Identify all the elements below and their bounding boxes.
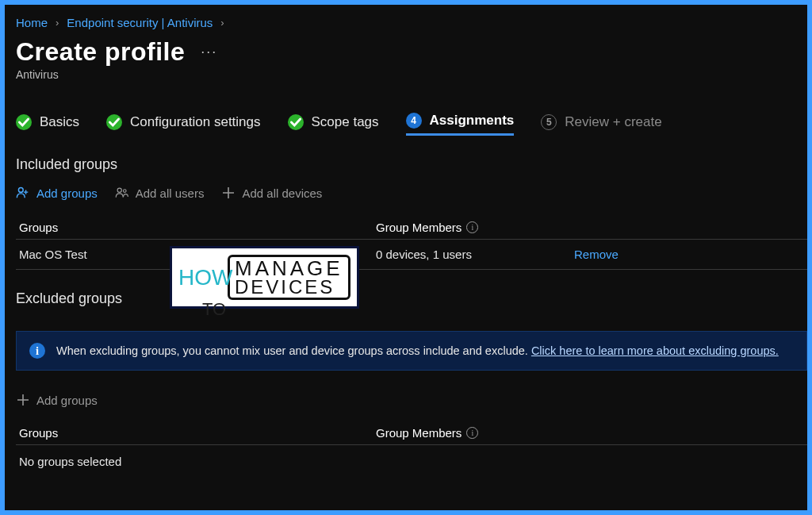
svg-point-0 [18, 188, 23, 193]
person-add-icon [16, 186, 30, 200]
button-label: Add all users [136, 186, 205, 200]
column-members: Group Members i [376, 426, 574, 440]
included-groups-heading: Included groups [16, 156, 807, 173]
wizard-steps: Basics Configuration settings Scope tags… [16, 113, 807, 136]
info-banner: i When excluding groups, you cannot mix … [16, 331, 807, 371]
svg-point-2 [123, 190, 126, 193]
breadcrumb: Home › Endpoint security | Antivirus › [16, 16, 807, 29]
step-number-icon: 5 [541, 114, 557, 130]
plus-icon [16, 393, 30, 407]
step-scope-tags[interactable]: Scope tags [288, 114, 379, 135]
column-members: Group Members i [376, 221, 574, 234]
chevron-right-icon: › [220, 17, 224, 29]
add-all-users-button[interactable]: Add all users [115, 186, 205, 200]
step-assignments[interactable]: 4 Assignments [406, 113, 515, 136]
step-label: Scope tags [312, 114, 379, 130]
button-label: Add groups [36, 394, 98, 407]
people-icon [115, 186, 129, 200]
step-basics[interactable]: Basics [16, 114, 79, 135]
column-groups: Groups [19, 426, 376, 440]
step-review-create[interactable]: 5 Review + create [541, 114, 661, 135]
svg-point-1 [117, 188, 121, 192]
check-icon [16, 114, 32, 130]
chevron-right-icon: › [56, 17, 59, 29]
remove-group-link[interactable]: Remove [574, 248, 619, 261]
button-label: Add groups [36, 186, 98, 200]
info-icon: i [29, 343, 45, 359]
step-label: Basics [40, 114, 79, 130]
learn-more-link[interactable]: Click here to learn more about excluding… [531, 344, 779, 357]
breadcrumb-home[interactable]: Home [16, 16, 48, 29]
page-title: Create profile [16, 37, 185, 67]
step-label: Assignments [430, 113, 515, 129]
more-actions-button[interactable]: ··· [201, 44, 217, 60]
button-label: Add all devices [242, 186, 322, 200]
step-label: Configuration settings [130, 114, 260, 130]
info-icon[interactable]: i [466, 427, 478, 439]
no-groups-selected: No groups selected [16, 448, 807, 479]
included-actions: Add groups Add all users Add all devices [16, 186, 807, 200]
add-excluded-groups-button[interactable]: Add groups [16, 393, 98, 407]
excluded-actions: Add groups [16, 393, 807, 407]
page-subtitle: Antivirus [16, 68, 807, 81]
excluded-table-header: Groups Group Members i [16, 421, 807, 444]
add-groups-button[interactable]: Add groups [16, 186, 98, 200]
watermark-logo: HOW TO MANAGE DEVICES [170, 246, 359, 309]
check-icon [288, 114, 304, 130]
step-label: Review + create [565, 114, 661, 130]
info-text: When excluding groups, you cannot mix us… [56, 344, 528, 357]
add-all-devices-button[interactable]: Add all devices [221, 186, 322, 200]
info-icon[interactable]: i [466, 221, 478, 233]
plus-icon [221, 186, 236, 200]
group-members: 0 devices, 1 users [376, 248, 574, 261]
step-number-icon: 4 [406, 113, 422, 129]
breadcrumb-endpoint[interactable]: Endpoint security | Antivirus [67, 16, 213, 29]
excluded-groups-heading: Excluded groups [16, 290, 807, 307]
included-table-header: Groups Group Members i [16, 216, 807, 239]
column-groups: Groups [19, 221, 376, 234]
step-configuration[interactable]: Configuration settings [106, 114, 260, 135]
check-icon [106, 114, 122, 130]
table-row: Mac OS Test 0 devices, 1 users Remove [16, 239, 807, 270]
